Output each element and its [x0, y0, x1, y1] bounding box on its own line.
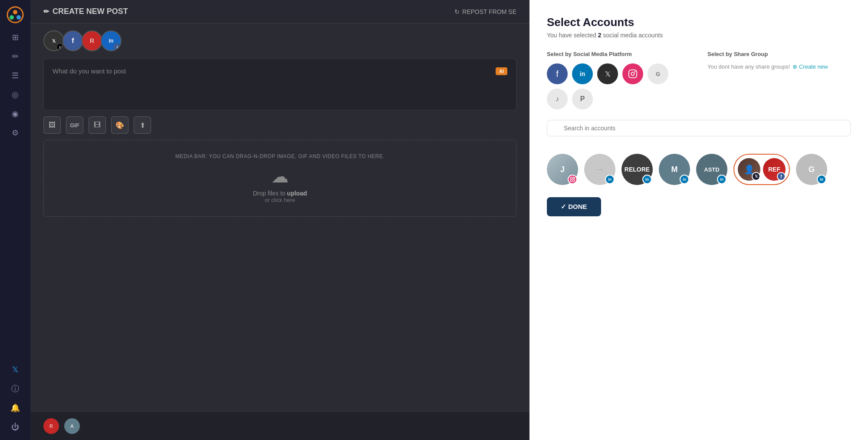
ai-badge[interactable]: AI	[496, 67, 507, 75]
selected-account-fb[interactable]: f	[62, 30, 83, 51]
image-button[interactable]: 🖼	[43, 116, 61, 134]
account-badge-tw-6: 𝕏	[752, 172, 760, 181]
panel-subtitle: You have selected 2 social media account…	[547, 32, 851, 39]
svg-point-6	[631, 72, 634, 75]
drop-text: Drop files to upload	[57, 190, 503, 197]
svg-point-0	[6, 5, 25, 24]
toolbar-row: 🖼 GIF 🎞 🎨 ⬆	[30, 110, 529, 140]
selected-account-li[interactable]: in f	[101, 30, 122, 51]
media-button[interactable]: 🎞	[89, 116, 106, 134]
platform-tiktok[interactable]: ♪	[547, 89, 568, 109]
account-badge-li-8: in	[817, 175, 826, 184]
panel-title: Select Accounts	[547, 16, 851, 29]
media-bar-label: MEDIA BAR: YOU CAN DRAG-N-DROP IMAGE, GI…	[57, 153, 503, 159]
drop-subtext: or click here	[57, 197, 503, 203]
search-wrapper: 🔍	[547, 120, 851, 145]
sidebar-icon-bell[interactable]: 🔔	[7, 400, 23, 416]
sidebar-icon-twitter[interactable]: 𝕏	[7, 362, 23, 377]
bottom-avatar-1[interactable]: R	[43, 418, 59, 434]
account-item-6[interactable]: 👤 𝕏	[738, 158, 760, 181]
platform-linkedin[interactable]: in	[572, 63, 593, 84]
platform-pinterest[interactable]: P	[572, 89, 593, 109]
create-post-header: ✏ CREATE NEW POST ↻ REPOST FROM SE	[30, 0, 529, 23]
account-item-4[interactable]: M in	[659, 154, 690, 185]
svg-point-3	[16, 15, 21, 20]
repost-button[interactable]: ↻ REPOST FROM SE	[454, 8, 516, 15]
svg-point-10	[573, 178, 574, 179]
platform-section-label: Select by Social Media Platform	[547, 51, 690, 57]
account-item-1[interactable]: J	[547, 154, 578, 185]
platform-gmb[interactable]: G	[648, 63, 668, 84]
create-new-link[interactable]: ⊕ Create new	[792, 63, 828, 70]
select-accounts-panel: Select Accounts You have selected 2 soci…	[529, 0, 868, 440]
sidebar-icon-edit[interactable]: ✏	[7, 49, 23, 64]
svg-point-9	[572, 179, 573, 180]
sidebar-icon-info[interactable]: ⓘ	[7, 381, 23, 397]
account-badge-li-5: in	[717, 175, 727, 184]
svg-point-7	[635, 71, 636, 73]
main-area: ✏ CREATE NEW POST ↻ REPOST FROM SE 𝕏 1 f…	[30, 0, 529, 440]
svg-rect-5	[629, 70, 637, 78]
bottom-bar: R A	[30, 412, 529, 440]
account-item-8[interactable]: G in	[796, 154, 827, 185]
palette-button[interactable]: 🎨	[111, 116, 128, 134]
platform-twitter[interactable]: 𝕏	[597, 63, 618, 84]
media-drop-zone[interactable]: MEDIA BAR: YOU CAN DRAG-N-DROP IMAGE, GI…	[43, 140, 516, 217]
create-post-title: ✏ CREATE NEW POST	[43, 7, 128, 16]
bottom-avatar-2[interactable]: A	[64, 418, 80, 434]
account-badge-ig	[568, 175, 577, 184]
share-group-empty: You dont have any share groups! ⊕ Create…	[707, 63, 851, 70]
selected-account-x[interactable]: 𝕏 1	[43, 30, 64, 51]
platform-instagram[interactable]	[622, 63, 643, 84]
post-accounts-row: 𝕏 1 f R in f	[30, 23, 529, 58]
platform-facebook[interactable]: f	[547, 63, 568, 84]
upload-cloud-icon: ☁	[57, 166, 503, 186]
selected-account-person[interactable]: R	[82, 30, 102, 51]
section-share-group: Select by Share Group You dont have any …	[707, 51, 851, 109]
svg-point-4	[10, 15, 14, 20]
repost-icon: ↻	[454, 8, 460, 15]
svg-rect-8	[570, 177, 575, 182]
post-placeholder: What do you want to post	[53, 67, 490, 75]
gif-button[interactable]: GIF	[66, 116, 83, 134]
account-badge-fb-7: f	[777, 172, 786, 181]
account-item-7[interactable]: REF f	[763, 158, 786, 181]
share-group-section-label: Select by Share Group	[707, 51, 851, 57]
sidebar: ⊞ ✏ ☰ ◎ ◉ ⚙ 𝕏 ⓘ 🔔 ⏻	[0, 0, 30, 440]
sidebar-icon-list[interactable]: ☰	[7, 68, 23, 83]
svg-point-2	[13, 10, 17, 14]
account-item-2[interactable]: → in	[584, 154, 615, 185]
upload-button[interactable]: ⬆	[134, 116, 151, 134]
sidebar-icon-power[interactable]: ⏻	[7, 419, 23, 435]
account-badge-li-2: in	[605, 175, 615, 184]
account-item-5[interactable]: ASTD in	[696, 154, 727, 185]
selected-pair-container[interactable]: 👤 𝕏 REF f	[733, 154, 790, 185]
sidebar-logo[interactable]	[6, 5, 25, 26]
section-platform: Select by Social Media Platform f in 𝕏 G…	[547, 51, 690, 109]
accounts-grid: J → in RELORE in M in	[547, 154, 851, 185]
account-badge-li-3: in	[642, 175, 652, 184]
platform-icons: f in 𝕏 G ♪ P	[547, 63, 690, 109]
edit-pencil-icon: ✏	[43, 7, 49, 16]
account-badge-li-4: in	[680, 175, 689, 184]
search-input[interactable]	[547, 120, 851, 136]
sidebar-icon-rss[interactable]: ◎	[7, 87, 23, 103]
post-text-area[interactable]: What do you want to post AI	[43, 58, 516, 110]
done-button[interactable]: ✓ DONE	[547, 197, 601, 216]
sidebar-icon-target[interactable]: ◉	[7, 106, 23, 122]
sidebar-icon-grid[interactable]: ⊞	[7, 30, 23, 45]
sidebar-icon-gear[interactable]: ⚙	[7, 125, 23, 141]
select-sections: Select by Social Media Platform f in 𝕏 G…	[547, 51, 851, 109]
account-item-3[interactable]: RELORE in	[621, 154, 653, 185]
